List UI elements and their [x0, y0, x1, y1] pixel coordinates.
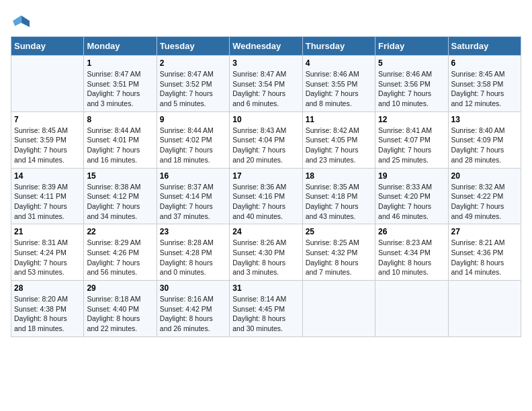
- day-info: Sunrise: 8:46 AM Sunset: 3:56 PM Dayligh…: [378, 69, 445, 109]
- calendar-cell: 11Sunrise: 8:42 AM Sunset: 4:05 PM Dayli…: [302, 111, 375, 168]
- day-info: Sunrise: 8:42 AM Sunset: 4:05 PM Dayligh…: [306, 126, 372, 165]
- calendar-cell: 27Sunrise: 8:21 AM Sunset: 4:36 PM Dayli…: [448, 224, 521, 281]
- day-number: 1: [87, 58, 153, 68]
- calendar-cell: 8Sunrise: 8:44 AM Sunset: 4:01 PM Daylig…: [84, 111, 157, 168]
- day-info: Sunrise: 8:46 AM Sunset: 3:55 PM Dayligh…: [306, 69, 372, 109]
- day-info: Sunrise: 8:31 AM Sunset: 4:24 PM Dayligh…: [14, 238, 81, 277]
- calendar-cell: 16Sunrise: 8:37 AM Sunset: 4:14 PM Dayli…: [157, 168, 229, 224]
- header-tuesday: Tuesday: [157, 37, 229, 56]
- day-info: Sunrise: 8:45 AM Sunset: 3:59 PM Dayligh…: [14, 126, 81, 165]
- day-number: 22: [87, 227, 153, 236]
- calendar-cell: 9Sunrise: 8:44 AM Sunset: 4:02 PM Daylig…: [157, 111, 229, 168]
- calendar-cell: 14Sunrise: 8:39 AM Sunset: 4:11 PM Dayli…: [11, 168, 84, 224]
- day-info: Sunrise: 8:47 AM Sunset: 3:51 PM Dayligh…: [87, 69, 153, 109]
- calendar-cell: 4Sunrise: 8:46 AM Sunset: 3:55 PM Daylig…: [302, 56, 375, 112]
- calendar-cell: 26Sunrise: 8:23 AM Sunset: 4:34 PM Dayli…: [375, 224, 448, 281]
- calendar-cell: 2Sunrise: 8:47 AM Sunset: 3:52 PM Daylig…: [157, 56, 229, 112]
- calendar-week-row: 28Sunrise: 8:20 AM Sunset: 4:38 PM Dayli…: [11, 281, 521, 337]
- day-number: 6: [451, 58, 518, 68]
- day-info: Sunrise: 8:47 AM Sunset: 3:52 PM Dayligh…: [160, 69, 226, 109]
- calendar-cell: 28Sunrise: 8:20 AM Sunset: 4:38 PM Dayli…: [11, 281, 84, 337]
- page-header: [11, 11, 521, 32]
- calendar-table: SundayMondayTuesdayWednesdayThursdayFrid…: [11, 36, 521, 337]
- day-number: 30: [160, 283, 226, 293]
- day-number: 26: [378, 227, 445, 236]
- day-info: Sunrise: 8:38 AM Sunset: 4:12 PM Dayligh…: [87, 182, 153, 222]
- calendar-week-row: 7Sunrise: 8:45 AM Sunset: 3:59 PM Daylig…: [11, 111, 521, 168]
- day-info: Sunrise: 8:36 AM Sunset: 4:16 PM Dayligh…: [232, 182, 299, 222]
- calendar-cell: 6Sunrise: 8:45 AM Sunset: 3:58 PM Daylig…: [448, 56, 521, 112]
- day-number: 3: [232, 58, 299, 68]
- calendar-cell: 19Sunrise: 8:33 AM Sunset: 4:20 PM Dayli…: [375, 168, 448, 224]
- day-number: 29: [87, 283, 153, 293]
- day-info: Sunrise: 8:23 AM Sunset: 4:34 PM Dayligh…: [378, 238, 445, 277]
- day-number: 16: [160, 171, 226, 181]
- day-info: Sunrise: 8:35 AM Sunset: 4:18 PM Dayligh…: [306, 182, 372, 222]
- day-number: 2: [160, 58, 226, 68]
- day-info: Sunrise: 8:47 AM Sunset: 3:54 PM Dayligh…: [232, 69, 299, 109]
- day-number: 27: [451, 227, 518, 236]
- day-number: 11: [306, 115, 372, 124]
- day-number: 24: [232, 227, 299, 236]
- day-number: 19: [378, 171, 445, 181]
- day-number: 5: [378, 58, 445, 68]
- day-number: 31: [232, 283, 299, 293]
- day-info: Sunrise: 8:32 AM Sunset: 4:22 PM Dayligh…: [451, 182, 518, 222]
- day-number: 25: [306, 227, 372, 236]
- calendar-cell: 22Sunrise: 8:29 AM Sunset: 4:26 PM Dayli…: [84, 224, 157, 281]
- calendar-cell: [448, 281, 521, 337]
- day-info: Sunrise: 8:41 AM Sunset: 4:07 PM Dayligh…: [378, 126, 445, 165]
- calendar-week-row: 1Sunrise: 8:47 AM Sunset: 3:51 PM Daylig…: [11, 56, 521, 112]
- day-number: 10: [232, 115, 299, 124]
- calendar-cell: 5Sunrise: 8:46 AM Sunset: 3:56 PM Daylig…: [375, 56, 448, 112]
- day-number: 7: [14, 115, 81, 124]
- day-number: 8: [87, 115, 153, 124]
- header-friday: Friday: [375, 37, 448, 56]
- day-info: Sunrise: 8:25 AM Sunset: 4:32 PM Dayligh…: [306, 238, 372, 277]
- day-number: 21: [14, 227, 81, 236]
- day-info: Sunrise: 8:18 AM Sunset: 4:40 PM Dayligh…: [87, 294, 153, 334]
- day-info: Sunrise: 8:20 AM Sunset: 4:38 PM Dayligh…: [14, 294, 81, 334]
- day-info: Sunrise: 8:43 AM Sunset: 4:04 PM Dayligh…: [232, 126, 299, 165]
- day-info: Sunrise: 8:29 AM Sunset: 4:26 PM Dayligh…: [87, 238, 153, 277]
- calendar-cell: 15Sunrise: 8:38 AM Sunset: 4:12 PM Dayli…: [84, 168, 157, 224]
- calendar-cell: [302, 281, 375, 337]
- calendar-cell: 29Sunrise: 8:18 AM Sunset: 4:40 PM Dayli…: [84, 281, 157, 337]
- day-info: Sunrise: 8:40 AM Sunset: 4:09 PM Dayligh…: [451, 126, 518, 165]
- day-info: Sunrise: 8:26 AM Sunset: 4:30 PM Dayligh…: [232, 238, 299, 277]
- day-number: 20: [451, 171, 518, 181]
- logo-icon: [11, 13, 30, 32]
- day-number: 23: [160, 227, 226, 236]
- day-number: 13: [451, 115, 518, 124]
- header-saturday: Saturday: [448, 37, 521, 56]
- day-info: Sunrise: 8:45 AM Sunset: 3:58 PM Dayligh…: [451, 69, 518, 109]
- calendar-cell: 18Sunrise: 8:35 AM Sunset: 4:18 PM Dayli…: [302, 168, 375, 224]
- header-thursday: Thursday: [302, 37, 375, 56]
- logo: [11, 13, 32, 32]
- calendar-cell: 20Sunrise: 8:32 AM Sunset: 4:22 PM Dayli…: [448, 168, 521, 224]
- day-info: Sunrise: 8:28 AM Sunset: 4:28 PM Dayligh…: [160, 238, 226, 277]
- calendar-cell: 17Sunrise: 8:36 AM Sunset: 4:16 PM Dayli…: [230, 168, 302, 224]
- calendar-cell: 30Sunrise: 8:16 AM Sunset: 4:42 PM Dayli…: [157, 281, 229, 337]
- calendar-cell: 7Sunrise: 8:45 AM Sunset: 3:59 PM Daylig…: [11, 111, 84, 168]
- calendar-week-row: 14Sunrise: 8:39 AM Sunset: 4:11 PM Dayli…: [11, 168, 521, 224]
- calendar-cell: 25Sunrise: 8:25 AM Sunset: 4:32 PM Dayli…: [302, 224, 375, 281]
- day-number: 17: [232, 171, 299, 181]
- day-number: 28: [14, 283, 81, 293]
- day-number: 12: [378, 115, 445, 124]
- calendar-cell: 10Sunrise: 8:43 AM Sunset: 4:04 PM Dayli…: [230, 111, 302, 168]
- calendar-cell: 21Sunrise: 8:31 AM Sunset: 4:24 PM Dayli…: [11, 224, 84, 281]
- calendar-cell: 1Sunrise: 8:47 AM Sunset: 3:51 PM Daylig…: [84, 56, 157, 112]
- day-info: Sunrise: 8:21 AM Sunset: 4:36 PM Dayligh…: [451, 238, 518, 277]
- calendar-cell: [375, 281, 448, 337]
- header-monday: Monday: [84, 37, 157, 56]
- day-number: 15: [87, 171, 153, 181]
- calendar-cell: 24Sunrise: 8:26 AM Sunset: 4:30 PM Dayli…: [230, 224, 302, 281]
- day-number: 18: [306, 171, 372, 181]
- day-info: Sunrise: 8:44 AM Sunset: 4:01 PM Dayligh…: [87, 126, 153, 165]
- day-info: Sunrise: 8:44 AM Sunset: 4:02 PM Dayligh…: [160, 126, 226, 165]
- calendar-cell: [11, 56, 84, 112]
- day-number: 9: [160, 115, 226, 124]
- day-info: Sunrise: 8:16 AM Sunset: 4:42 PM Dayligh…: [160, 294, 226, 334]
- day-info: Sunrise: 8:33 AM Sunset: 4:20 PM Dayligh…: [378, 182, 445, 222]
